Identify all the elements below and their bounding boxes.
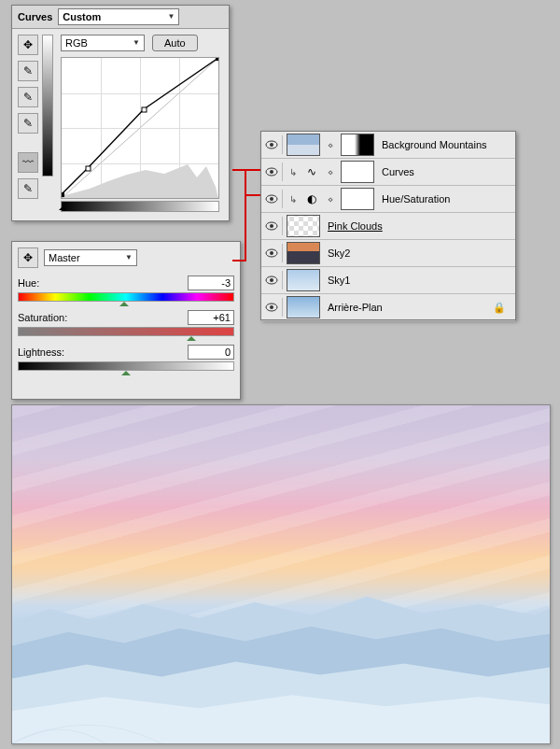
svg-rect-3 <box>62 192 64 197</box>
connector-line <box>232 169 260 171</box>
layer-name[interactable]: Pink Clouds <box>328 220 383 232</box>
svg-point-15 <box>270 224 273 228</box>
layer-mask[interactable] <box>341 161 374 183</box>
connector-line <box>232 260 246 261</box>
layer-row[interactable]: Sky2 <box>261 240 515 267</box>
pencil-tool[interactable]: ✎ <box>18 178 38 199</box>
svg-point-21 <box>270 305 273 309</box>
channel-dropdown[interactable]: RGB <box>61 35 145 51</box>
layers-panel: ⋄Background Mountains↳∿⋄Curves↳◐⋄Hue/Sat… <box>260 131 516 320</box>
visibility-toggle[interactable] <box>265 165 278 178</box>
lig-label: Lightness: <box>18 346 64 358</box>
target-adjust-tool[interactable]: ✥ <box>18 35 38 55</box>
adjustment-icon: ◐ <box>303 191 320 206</box>
adjustment-icon: ∿ <box>303 164 320 179</box>
visibility-toggle[interactable] <box>265 192 278 205</box>
curves-preset-dropdown[interactable]: Custom <box>58 8 179 25</box>
layer-mask[interactable] <box>341 134 374 156</box>
layer-thumbnail[interactable] <box>287 242 320 264</box>
layer-name[interactable]: Sky1 <box>328 275 350 286</box>
layer-name[interactable]: Arrière-Plan <box>328 302 383 313</box>
range-dropdown[interactable]: Master <box>44 249 137 266</box>
svg-rect-4 <box>216 58 218 61</box>
horizontal-gradient <box>61 201 219 212</box>
gray-eyedropper-tool[interactable]: ✎ <box>18 87 38 107</box>
layer-row[interactable]: ↳∿⋄Curves <box>261 159 515 186</box>
lig-field[interactable]: 0 <box>188 345 234 360</box>
sat-field[interactable]: +61 <box>188 310 234 325</box>
layer-mask[interactable] <box>341 188 374 210</box>
layer-row[interactable]: ↳◐⋄Hue/Saturation <box>261 186 515 213</box>
layer-row[interactable]: Arrière-Plan🔒 <box>261 294 515 321</box>
preview-image <box>11 404 551 744</box>
curves-graph[interactable] <box>61 57 219 199</box>
svg-rect-1 <box>86 166 91 171</box>
clip-indicator: ↳ <box>287 167 300 177</box>
visibility-toggle[interactable] <box>265 138 278 151</box>
layer-row[interactable]: ⋄Background Mountains <box>261 132 515 159</box>
sat-label: Saturation: <box>18 312 67 323</box>
clip-indicator: ↳ <box>287 194 300 205</box>
huesat-panel: ✥ Master Hue:-3 Saturation:+61 Lightness… <box>11 241 241 400</box>
curve-line <box>62 58 218 198</box>
connector-line <box>245 194 260 196</box>
layer-thumbnail[interactable] <box>287 296 320 318</box>
curves-tools: ✥ ✎ ✎ ✎ 〰 ✎ <box>18 35 38 212</box>
white-eyedropper-tool[interactable]: ✎ <box>18 113 38 134</box>
curves-title: Curves <box>18 11 52 22</box>
svg-point-19 <box>270 278 273 282</box>
visibility-toggle[interactable] <box>265 274 278 287</box>
lig-slider[interactable] <box>18 361 234 374</box>
sat-slider[interactable] <box>18 327 234 339</box>
curve-tool[interactable]: 〰 <box>18 152 38 173</box>
visibility-toggle[interactable] <box>265 219 278 233</box>
svg-point-11 <box>270 170 273 174</box>
layer-row[interactable]: Sky1 <box>261 267 515 294</box>
link-icon: ⋄ <box>324 140 337 150</box>
layer-row[interactable]: Pink Clouds <box>261 213 515 240</box>
layer-name[interactable]: Sky2 <box>328 247 350 259</box>
link-icon: ⋄ <box>324 194 337 205</box>
svg-point-13 <box>270 197 273 201</box>
layer-thumbnail[interactable] <box>287 134 320 156</box>
vertical-gradient <box>42 35 53 177</box>
layer-name[interactable]: Background Mountains <box>382 139 487 150</box>
hue-slider[interactable] <box>18 292 234 304</box>
layer-name[interactable]: Hue/Saturation <box>382 193 450 205</box>
svg-rect-2 <box>142 107 147 112</box>
black-eyedropper-tool[interactable]: ✎ <box>18 61 38 81</box>
layer-thumbnail[interactable] <box>287 215 320 237</box>
svg-point-17 <box>270 251 273 255</box>
curves-tab: Curves Custom <box>12 6 229 29</box>
layer-thumbnail[interactable] <box>287 269 320 291</box>
curves-panel: Curves Custom ✥ ✎ ✎ ✎ 〰 ✎ RGB Auto <box>11 5 230 221</box>
auto-button[interactable]: Auto <box>152 35 198 51</box>
svg-rect-9 <box>355 134 360 155</box>
lock-icon: 🔒 <box>493 302 506 314</box>
svg-point-6 <box>270 143 273 147</box>
visibility-toggle[interactable] <box>265 247 278 260</box>
hue-field[interactable]: -3 <box>188 276 234 290</box>
target-adjust-tool-hs[interactable]: ✥ <box>18 247 38 268</box>
connector-line <box>245 169 246 261</box>
hue-label: Hue: <box>18 277 39 289</box>
layer-name[interactable]: Curves <box>382 166 414 177</box>
link-icon: ⋄ <box>324 167 337 177</box>
svg-line-0 <box>62 58 218 198</box>
visibility-toggle[interactable] <box>265 301 278 314</box>
